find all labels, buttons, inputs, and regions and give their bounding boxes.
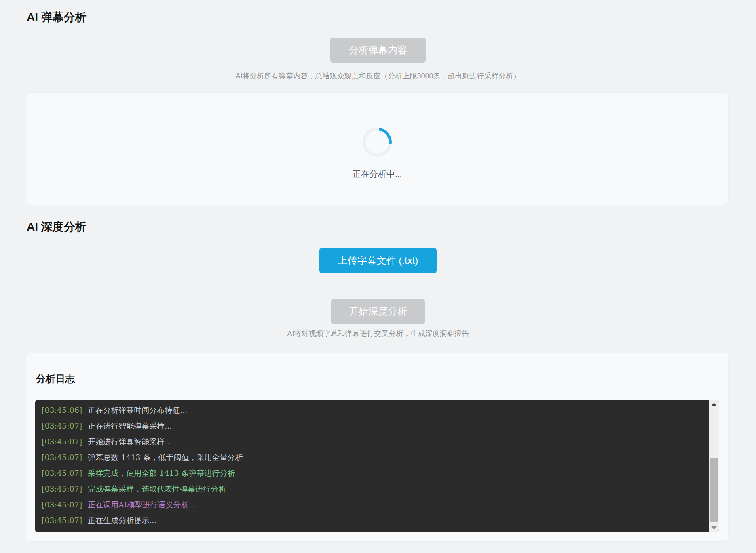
scrollbar-up-arrow-icon[interactable] [709, 400, 719, 409]
log-entry-timestamp: [03:45:07] [42, 437, 82, 446]
log-entry: [03:45:07]采样完成，使用全部 1413 条弹幕进行分析 [42, 465, 703, 481]
log-entry: [03:45:07]弹幕总数 1413 条，低于阈值，采用全量分析 [42, 450, 703, 465]
log-entry-message: 弹幕总数 1413 条，低于阈值，采用全量分析 [88, 453, 243, 462]
log-entry: [03:45:07]完成弹幕采样，选取代表性弹幕进行分析 [42, 481, 703, 497]
start-deep-analysis-button[interactable]: 开始深度分析 [331, 299, 425, 324]
log-entry-timestamp: [03:45:06] [42, 406, 82, 414]
log-entry-timestamp: [03:45:07] [42, 469, 82, 477]
log-entry-timestamp: [03:45:07] [42, 484, 82, 493]
log-entry: [03:45:07]开始进行弹幕智能采样... [42, 434, 703, 450]
log-entry: [03:45:07]正在调用AI模型进行语义分析... [42, 497, 703, 513]
log-entry: [03:45:06]正在分析弹幕时间分布特征... [42, 402, 703, 418]
scrollbar-thumb[interactable] [710, 458, 718, 522]
analyze-danmaku-button[interactable]: 分析弹幕内容 [330, 38, 426, 63]
log-entry-timestamp: [03:45:07] [42, 421, 82, 430]
danmaku-analysis-title: AI 弹幕分析 [27, 0, 756, 24]
analyze-button-row: 分析弹幕内容 [0, 24, 756, 63]
spinner-progress-arc [357, 122, 398, 163]
log-entry-timestamp: [03:45:07] [42, 500, 82, 509]
upload-subtitle-button[interactable]: 上传字幕文件 (.txt) [319, 248, 437, 273]
start-button-row: 开始深度分析 [0, 273, 756, 324]
log-entry-message: 正在生成分析提示... [88, 516, 156, 525]
log-entry: [03:45:07]正在进行智能弹幕采样... [42, 418, 703, 434]
log-panel-title: 分析日志 [36, 372, 718, 385]
log-entry-message: 正在分析弹幕时间分布特征... [88, 406, 187, 414]
log-entry-message: 采样完成，使用全部 1413 条弹幕进行分析 [88, 469, 235, 477]
log-entry: [03:45:07]正在生成分析提示... [42, 513, 703, 528]
log-entry-message: 正在调用AI模型进行语义分析... [88, 500, 196, 509]
loading-status-text: 正在分析中... [353, 168, 402, 180]
analysis-loading-panel: 正在分析中... [26, 92, 729, 205]
log-entry-message: 开始进行弹幕智能采样... [88, 437, 172, 446]
analysis-log-panel: 分析日志 [03:45:06]正在分析弹幕时间分布特征...[03:45:07]… [26, 353, 729, 542]
log-entry-timestamp: [03:45:07] [42, 453, 82, 462]
scrollbar-down-arrow-icon[interactable] [709, 524, 719, 532]
loading-spinner [363, 128, 392, 157]
log-entry-timestamp: [03:45:07] [42, 516, 82, 525]
deep-analysis-hint: AI将对视频字幕和弹幕进行交叉分析，生成深度洞察报告 [0, 329, 756, 339]
log-console[interactable]: [03:45:06]正在分析弹幕时间分布特征...[03:45:07]正在进行智… [35, 400, 719, 532]
log-line-list: [03:45:06]正在分析弹幕时间分布特征...[03:45:07]正在进行智… [35, 400, 719, 531]
log-entry-message: 正在进行智能弹幕采样... [88, 421, 172, 430]
upload-button-row: 上传字幕文件 (.txt) [0, 234, 756, 273]
log-entry-message: 完成弹幕采样，选取代表性弹幕进行分析 [88, 484, 226, 493]
danmaku-analysis-hint: AI将分析所有弹幕内容，总结观众观点和反应（分析上限3000条，超出则进行采样分… [0, 71, 756, 81]
log-scrollbar[interactable] [709, 400, 719, 532]
deep-analysis-title: AI 深度分析 [27, 220, 756, 234]
